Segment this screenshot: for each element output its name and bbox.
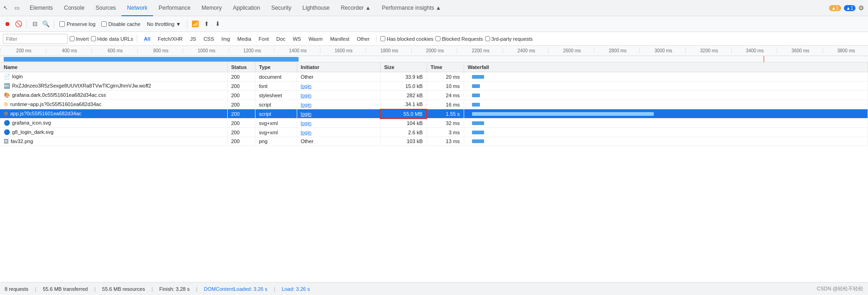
table-row[interactable]: 🎨grafana.dark.0c55f51601ea682d34ac.css20…: [0, 91, 868, 100]
file-type-icon: 🎨: [4, 92, 10, 98]
table-row[interactable]: 📄login200documentOther33.9 kB20 ms: [0, 72, 868, 82]
tab-elements[interactable]: Elements: [24, 0, 58, 16]
filter-type-other[interactable]: Other: [354, 35, 372, 43]
tab-security[interactable]: Security: [266, 0, 297, 16]
table-row[interactable]: 🔵grafana_icon.svg200svg+xmllogin104 kB32…: [0, 119, 868, 128]
col-type[interactable]: Type: [255, 63, 297, 72]
record-button[interactable]: ⏺: [3, 19, 12, 29]
network-table: Name Status Type Initiator Size Time Wat…: [0, 63, 868, 146]
device-icon[interactable]: ▭: [13, 4, 20, 12]
blocked-requests-option[interactable]: Blocked Requests: [435, 36, 483, 42]
clear-button[interactable]: 🚫: [14, 19, 23, 29]
col-waterfall[interactable]: Waterfall: [464, 63, 868, 72]
tab-network[interactable]: Network: [121, 0, 153, 16]
hide-data-urls-checkbox[interactable]: [91, 36, 96, 41]
tab-application[interactable]: Application: [227, 0, 266, 16]
tab-lighthouse[interactable]: Lighthouse: [297, 0, 335, 16]
table-row[interactable]: 🖼fav32.png200pngOther103 kB13 ms: [0, 137, 868, 146]
filter-type-wasm[interactable]: Wasm: [306, 35, 326, 43]
tab-recorder[interactable]: Recorder ▲: [335, 0, 377, 16]
col-status[interactable]: Status: [227, 63, 255, 72]
cell-waterfall: [464, 72, 868, 82]
col-initiator[interactable]: Initiator: [297, 63, 380, 72]
tab-console[interactable]: Console: [58, 0, 90, 16]
filter-type-font[interactable]: Font: [256, 35, 272, 43]
chat-badge: ▲1: [844, 5, 855, 11]
filter-input[interactable]: [3, 34, 68, 44]
waterfall-bar: [472, 139, 484, 143]
cell-initiator: Other: [297, 72, 380, 82]
tl-200: 200 ms: [0, 48, 46, 53]
initiator-link[interactable]: login: [301, 130, 312, 135]
tab-performance[interactable]: Performance: [153, 0, 196, 16]
filter-type-manifest[interactable]: Manifest: [327, 35, 352, 43]
disable-cache-checkbox[interactable]: Disable cache: [101, 21, 140, 27]
table-row[interactable]: 🔵g8_login_dark.svg200svg+xmllogin2.6 kB3…: [0, 128, 868, 137]
cell-waterfall: [464, 109, 868, 119]
tl-2200: 2200 ms: [457, 48, 503, 53]
settings-icon[interactable]: ⚙: [858, 4, 864, 12]
wifi-icon[interactable]: 📶: [191, 19, 200, 29]
filter-type-ws[interactable]: WS: [290, 35, 304, 43]
disable-cache-input[interactable]: [101, 21, 107, 27]
cell-initiator[interactable]: login: [297, 82, 380, 91]
sep3: [187, 20, 187, 28]
initiator-link[interactable]: login: [301, 111, 312, 117]
tl-2000: 2000 ms: [411, 48, 457, 53]
cell-initiator[interactable]: login: [297, 128, 380, 137]
third-party-checkbox[interactable]: [485, 36, 490, 41]
watermark: CSDN @轻松不轻松: [817, 285, 863, 292]
table-row[interactable]: ⚙app.js?0c55f51601ea682d34ac200scriptlog…: [0, 109, 868, 119]
filter-type-img[interactable]: Img: [219, 35, 233, 43]
initiator-link[interactable]: login: [301, 120, 312, 126]
search-icon[interactable]: 🔍: [41, 19, 51, 29]
tab-sources[interactable]: Sources: [90, 0, 121, 16]
col-size[interactable]: Size: [380, 63, 427, 72]
cell-initiator[interactable]: login: [297, 119, 380, 128]
load-marker: [764, 56, 764, 63]
waterfall-bar: [472, 84, 480, 88]
initiator-link[interactable]: login: [301, 83, 312, 89]
preserve-log-input[interactable]: [59, 21, 65, 27]
filter-type-all[interactable]: All: [141, 35, 153, 43]
tl-3800: 3800 ms: [823, 48, 868, 53]
table-row[interactable]: ⚙runtime~app.js?0c55f51601ea682d34ac200s…: [0, 100, 868, 109]
tab-performance-insights[interactable]: Performance insights ▲: [377, 0, 447, 16]
tl-800: 800 ms: [137, 48, 183, 53]
initiator-link[interactable]: login: [301, 102, 312, 107]
table-row[interactable]: 🔤RxZJdnzeo3R5zSexge8UUVtXRa8TVwTlCgirnJh…: [0, 82, 868, 91]
upload-icon[interactable]: ⬆: [202, 19, 211, 29]
has-blocked-option[interactable]: Has blocked cookies: [380, 36, 434, 42]
filter-type-doc[interactable]: Doc: [274, 35, 288, 43]
filter-type-fetch[interactable]: Fetch/XHR: [155, 35, 185, 43]
has-blocked-checkbox[interactable]: [380, 36, 385, 41]
cell-time: 20 ms: [427, 72, 464, 82]
waterfall-bar: [472, 94, 480, 97]
col-name[interactable]: Name: [0, 63, 227, 72]
hide-data-urls-option[interactable]: Hide data URLs: [91, 36, 134, 42]
col-time[interactable]: Time: [427, 63, 464, 72]
cell-initiator[interactable]: login: [297, 109, 380, 119]
cell-initiator[interactable]: login: [297, 91, 380, 100]
blocked-requests-checkbox[interactable]: [435, 36, 440, 41]
filter-type-css[interactable]: CSS: [201, 35, 217, 43]
invert-checkbox[interactable]: [70, 36, 75, 41]
tab-memory[interactable]: Memory: [196, 0, 227, 16]
tl-3000: 3000 ms: [639, 48, 685, 53]
preserve-log-checkbox[interactable]: Preserve log: [59, 21, 96, 27]
progress-bar: [4, 57, 299, 62]
download-icon[interactable]: ⬇: [213, 19, 222, 29]
cell-size: 33.9 kB: [380, 72, 427, 82]
filter-type-js[interactable]: JS: [187, 35, 199, 43]
invert-option[interactable]: Invert: [70, 36, 89, 42]
cell-status: 200: [227, 72, 255, 82]
cell-initiator[interactable]: login: [297, 100, 380, 109]
cell-size: 34.1 kB: [380, 100, 427, 109]
filter-icon[interactable]: ⊟: [30, 19, 39, 29]
filter-type-media[interactable]: Media: [235, 35, 254, 43]
cursor-icon[interactable]: ↖: [2, 4, 9, 12]
third-party-option[interactable]: 3rd-party requests: [485, 36, 533, 42]
tl-1600: 1600 ms: [320, 48, 366, 53]
initiator-link[interactable]: login: [301, 93, 312, 98]
throttling-select[interactable]: No throttling ▼: [144, 20, 184, 28]
